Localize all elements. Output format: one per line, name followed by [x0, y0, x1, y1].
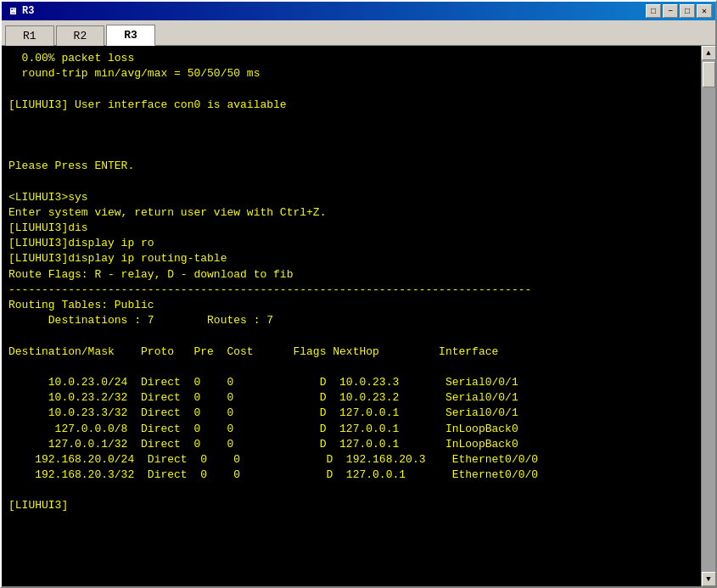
- restore-button[interactable]: □: [646, 4, 661, 18]
- scroll-up-button[interactable]: ▲: [702, 46, 716, 60]
- title-bar-buttons: □ − □ ✕: [646, 4, 712, 18]
- app-icon: 🖥: [5, 4, 19, 18]
- main-window: 🖥 R3 □ − □ ✕ R1 R2 R3 0.00% packet loss …: [0, 0, 717, 588]
- terminal-output[interactable]: 0.00% packet loss round-trip min/avg/max…: [2, 46, 701, 586]
- scrollbar-thumb[interactable]: [703, 62, 715, 87]
- window-title: R3: [22, 5, 34, 17]
- scrollbar: ▲ ▼: [701, 46, 715, 586]
- terminal-container: 0.00% packet loss round-trip min/avg/max…: [2, 45, 715, 586]
- close-button[interactable]: ✕: [697, 4, 712, 18]
- tab-r3[interactable]: R3: [106, 25, 155, 46]
- title-bar: 🖥 R3 □ − □ ✕: [2, 2, 715, 20]
- tab-bar: R1 R2 R3: [2, 20, 715, 45]
- maximize-button[interactable]: □: [680, 4, 695, 18]
- title-bar-left: 🖥 R3: [5, 4, 34, 18]
- scrollbar-track[interactable]: [702, 60, 716, 572]
- minimize-button[interactable]: −: [663, 4, 678, 18]
- tab-r1[interactable]: R1: [5, 25, 54, 46]
- tab-r2[interactable]: R2: [56, 25, 105, 46]
- scroll-down-button[interactable]: ▼: [702, 572, 716, 586]
